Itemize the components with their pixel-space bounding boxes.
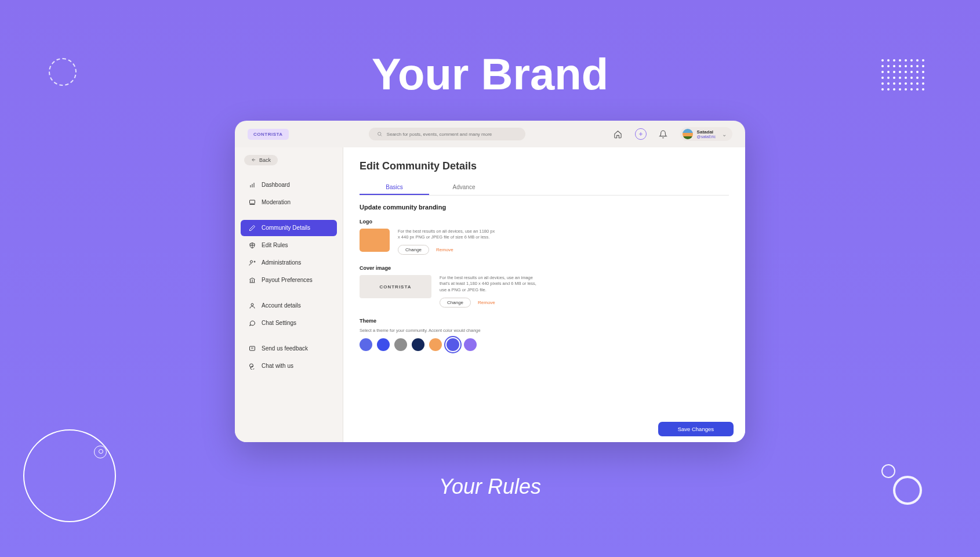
notifications-button[interactable] [657,128,670,140]
sidebar-item-account-details[interactable]: Account details [241,298,337,314]
pencil-icon [249,225,256,232]
home-icon [614,130,622,139]
theme-swatch[interactable] [394,338,407,351]
sidebar-item-label: Dashboard [262,182,290,188]
sidebar-item-dashboard[interactable]: Dashboard [241,177,337,193]
theme-swatch[interactable] [464,338,477,351]
tab-advance[interactable]: Advance [429,180,499,195]
cover-remove-link[interactable]: Remove [478,300,495,305]
theme-swatch[interactable] [377,338,390,351]
shield-icon [249,242,256,249]
sidebar-item-label: Payout Preferences [262,277,313,283]
avatar [683,129,693,139]
hero-subtitle: Your Rules [0,475,980,499]
back-label: Back [259,157,271,163]
user-name: Satadal [697,129,716,135]
sidebar-item-edit-rules[interactable]: Edit Rules [241,237,337,254]
sidebar-item-chat-settings[interactable]: Chat Settings [241,315,337,331]
search-field[interactable] [369,128,525,140]
logo-remove-link[interactable]: Remove [436,247,453,252]
sidebar-item-payout-preferences[interactable]: Payout Preferences [241,272,337,288]
decoration-dot-grid [881,59,922,94]
sidebar: Back Dashboard Moderation Community Deta… [235,147,343,442]
theme-hint: Select a theme for your community. Accen… [360,328,729,334]
svg-point-19 [251,303,253,306]
save-changes-button[interactable]: Save Changes [658,422,734,436]
logo-hint: For the best results on all devices, use… [398,229,496,240]
plus-icon [638,131,644,137]
decoration-rings [881,464,922,505]
home-button[interactable] [612,128,625,140]
monitor-icon [249,199,256,206]
chat-bubbles-icon [249,363,256,370]
search-icon [377,131,382,137]
app-window: CONTRISTA Satadal @sataEric ⌄ [235,121,745,442]
user-handle: @sataEric [697,135,716,139]
svg-line-1 [380,135,382,136]
svg-point-12 [251,261,253,263]
svg-rect-8 [250,200,255,204]
users-icon [249,259,256,266]
decoration-dotted-circle [49,58,77,86]
sidebar-item-label: Community Details [262,225,310,231]
cover-hint: For the best results on all devices, use… [440,275,538,292]
sidebar-item-label: Edit Rules [262,242,288,248]
logo-preview [360,229,390,252]
sidebar-item-label: Account details [262,302,301,309]
theme-label: Theme [360,318,729,324]
cover-label: Cover image [360,265,729,271]
logo-label: Logo [360,219,729,225]
topbar: CONTRISTA Satadal @sataEric ⌄ [235,121,745,147]
section-heading: Update community branding [360,204,729,211]
sidebar-item-label: Administrations [262,259,301,266]
brand-logo[interactable]: CONTRISTA [248,129,289,140]
sidebar-item-label: Chat Settings [262,320,296,326]
tabs: Basics Advance [360,180,729,196]
cover-change-button[interactable]: Change [440,298,471,308]
sidebar-item-community-details[interactable]: Community Details [241,220,337,236]
bell-icon [659,130,667,139]
create-button[interactable] [635,128,647,140]
bar-chart-icon [249,182,256,189]
cover-preview: CONTRISTA [360,275,431,298]
chevron-down-icon: ⌄ [722,131,727,138]
sidebar-item-label: Moderation [262,199,291,205]
sidebar-item-label: Chat with us [262,363,293,369]
arrow-left-icon [251,157,256,162]
sidebar-item-label: Send us feedback [262,345,308,352]
hero-title: Your Brand [0,49,980,99]
sidebar-item-administrations[interactable]: Administrations [241,255,337,271]
sidebar-item-moderation[interactable]: Moderation [241,194,337,211]
message-square-icon [249,345,256,352]
theme-swatches [360,338,729,351]
user-icon [249,302,256,309]
tab-basics[interactable]: Basics [360,180,429,195]
bank-icon [249,277,256,284]
logo-change-button[interactable]: Change [398,245,429,255]
decoration-big-circle [23,429,116,522]
main-panel: Edit Community Details Basics Advance Up… [343,147,745,442]
sidebar-item-feedback[interactable]: Send us feedback [241,341,337,357]
page-title: Edit Community Details [360,160,729,172]
theme-swatch[interactable] [447,338,459,351]
theme-swatch[interactable] [360,338,372,351]
sidebar-item-chat-with-us[interactable]: Chat with us [241,358,337,374]
theme-swatch[interactable] [429,338,442,351]
svg-point-0 [378,132,380,135]
back-button[interactable]: Back [244,155,278,165]
theme-swatch[interactable] [412,338,424,351]
user-menu[interactable]: Satadal @sataEric ⌄ [680,127,732,141]
search-input[interactable] [387,132,517,137]
chat-icon [249,320,256,327]
